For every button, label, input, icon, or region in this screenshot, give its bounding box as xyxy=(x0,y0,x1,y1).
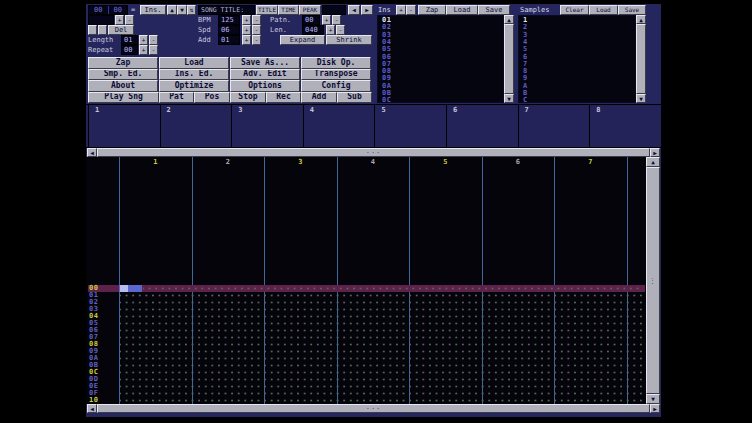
load-button[interactable]: Load xyxy=(159,57,229,69)
instrument-list-scrollbar-up-button[interactable]: ▲ xyxy=(504,15,514,24)
pattern-cells[interactable] xyxy=(120,369,643,376)
order-swap-button[interactable]: ⇅ xyxy=(187,5,196,15)
order-position-display[interactable]: 00 00 xyxy=(88,5,128,15)
repeat-display[interactable]: 00 xyxy=(121,45,138,55)
options-button[interactable]: Options xyxy=(230,80,300,92)
pattern-length-display[interactable]: 040 xyxy=(302,25,324,35)
ins-ed-button[interactable]: Ins. Ed. xyxy=(159,69,229,81)
view-peak-button[interactable]: PEAK xyxy=(299,5,321,15)
smp-ed-button[interactable]: Smp. Ed. xyxy=(88,69,158,81)
save-as-button[interactable]: Save As... xyxy=(230,57,300,69)
channel-header-7[interactable]: 7 xyxy=(555,158,627,166)
bpm-decrease-button[interactable]: - xyxy=(252,15,261,25)
config-button[interactable]: Config xyxy=(301,80,371,92)
pattern-row-0B[interactable]: 0B xyxy=(86,362,646,369)
instrument-save-button[interactable]: Save xyxy=(478,5,510,15)
instrument-list-scrollbar-thumb[interactable] xyxy=(504,24,514,94)
view-title-button[interactable]: TITLE xyxy=(256,5,278,15)
zap-button[interactable]: Zap xyxy=(88,57,158,69)
instrument-list-scrollbar-down-button[interactable]: ▼ xyxy=(504,94,514,103)
sample-item[interactable]: C xyxy=(523,97,528,103)
view-time-button[interactable]: TIME xyxy=(278,5,299,15)
order-scroll-down-button[interactable]: ▼ xyxy=(177,5,187,15)
speed-increase-button[interactable]: + xyxy=(242,25,251,35)
pattern-row-07[interactable]: 07 xyxy=(86,334,646,341)
scope-channel-7[interactable]: 7 xyxy=(518,105,590,147)
pattern-cells[interactable] xyxy=(120,327,643,334)
pattern-cells[interactable] xyxy=(120,299,643,306)
title-scroll-left-button[interactable]: ◀ xyxy=(348,5,360,15)
sample-list[interactable]: 123456789ABC xyxy=(518,15,636,103)
pattern-cells[interactable] xyxy=(120,320,643,327)
scope-channel-2[interactable]: 2 xyxy=(160,105,232,147)
add-decrease-button[interactable]: - xyxy=(252,35,261,45)
pat-button[interactable]: Pat xyxy=(159,92,194,104)
order-next-display[interactable] xyxy=(88,15,114,25)
pos-button[interactable]: Pos xyxy=(194,92,230,104)
pattern-cells[interactable] xyxy=(120,348,643,355)
pattern-number-display[interactable]: 00 xyxy=(302,15,320,25)
delete-order-button[interactable]: Del xyxy=(108,25,134,35)
song-length-decrease-button[interactable]: - xyxy=(149,35,158,45)
transpose-button[interactable]: Transpose xyxy=(301,69,371,81)
pattern-bottom-scrollbar-right-button[interactable]: ▶ xyxy=(650,404,660,413)
pattern-row-03[interactable]: 03 xyxy=(86,306,646,313)
add-increase-button[interactable]: + xyxy=(242,35,251,45)
order-scroll-up-button[interactable]: ▲ xyxy=(167,5,177,15)
pattern-row-0D[interactable]: 0D xyxy=(86,376,646,383)
pattern-cells[interactable] xyxy=(120,334,643,341)
pattern-top-scrollbar-track[interactable]: ··· xyxy=(97,148,650,157)
bpm-value-display[interactable]: 125 xyxy=(218,15,240,25)
pattern-top-scrollbar-left-button[interactable]: ◀ xyxy=(87,148,97,157)
order-misc-a-button[interactable] xyxy=(88,25,97,35)
channel-header-3[interactable]: 3 xyxy=(265,158,337,166)
about-button[interactable]: About xyxy=(88,80,158,92)
pattern-scrollbar-up-button[interactable]: ▲ xyxy=(646,157,660,167)
add-value-display[interactable]: 01 xyxy=(218,35,240,45)
pattern-bottom-scrollbar-left-button[interactable]: ◀ xyxy=(87,404,97,413)
pattern-cells[interactable] xyxy=(120,292,643,299)
song-length-increase-button[interactable]: + xyxy=(139,35,148,45)
pattern-row-08[interactable]: 08 xyxy=(86,341,646,348)
instrument-add-button[interactable]: + xyxy=(396,5,406,15)
instrument-list[interactable]: 0102030405060708090A0B0C xyxy=(377,15,504,103)
channel-header-1[interactable]: 1 xyxy=(120,158,192,166)
instrument-zap-button[interactable]: Zap xyxy=(418,5,446,15)
pattern-top-scrollbar-thumb[interactable]: ··· xyxy=(97,148,650,157)
pattern-row-0C[interactable]: 0C xyxy=(86,369,646,376)
repeat-increase-button[interactable]: + xyxy=(139,45,148,55)
channel-header-4[interactable]: 4 xyxy=(337,158,409,166)
channel-header-5[interactable]: 5 xyxy=(410,158,482,166)
play-sng-button[interactable]: Play Sng xyxy=(88,92,159,104)
channel-header-6[interactable]: 6 xyxy=(482,158,554,166)
pattern-number-increase-button[interactable]: + xyxy=(322,15,331,25)
scope-channel-8[interactable]: 8 xyxy=(589,105,661,147)
repeat-decrease-button[interactable]: - xyxy=(149,45,158,55)
pattern-scrollbar-thumb[interactable]: ⋮ xyxy=(646,167,660,394)
sub-button[interactable]: Sub xyxy=(337,92,372,104)
add-button[interactable]: Add xyxy=(301,92,337,104)
speed-decrease-button[interactable]: - xyxy=(252,25,261,35)
scope-channel-4[interactable]: 4 xyxy=(303,105,375,147)
pattern-scrollbar-down-button[interactable]: ▼ xyxy=(646,394,660,404)
pattern-length-decrease-button[interactable]: - xyxy=(336,25,345,35)
channel-header-2[interactable]: 2 xyxy=(192,158,264,166)
pattern-bottom-scrollbar-track[interactable]: ··· xyxy=(97,404,650,413)
pattern-cells[interactable] xyxy=(120,397,643,404)
sample-clear-button[interactable]: Clear xyxy=(560,5,589,15)
pattern-row-02[interactable]: 02 xyxy=(86,299,646,306)
order-plus-button[interactable]: + xyxy=(115,15,124,25)
scope-channel-5[interactable]: 5 xyxy=(374,105,446,147)
pattern-row-00[interactable]: 00 xyxy=(86,285,646,292)
instrument-list-scrollbar-track[interactable] xyxy=(504,24,514,94)
pattern-cells[interactable] xyxy=(120,376,643,383)
rec-button[interactable]: Rec xyxy=(266,92,301,104)
pattern-row-06[interactable]: 06 xyxy=(86,327,646,334)
song-length-display[interactable]: 01 xyxy=(121,35,138,45)
pattern-cells[interactable] xyxy=(120,355,643,362)
optimize-button[interactable]: Optimize xyxy=(159,80,229,92)
pattern-cells[interactable] xyxy=(120,390,643,397)
sample-list-scrollbar-track[interactable] xyxy=(636,24,646,94)
pattern-row-0E[interactable]: 0E xyxy=(86,383,646,390)
pattern-editor[interactable]: 1234567000102030405060708090A0B0C0D0E0F1… xyxy=(86,157,646,404)
